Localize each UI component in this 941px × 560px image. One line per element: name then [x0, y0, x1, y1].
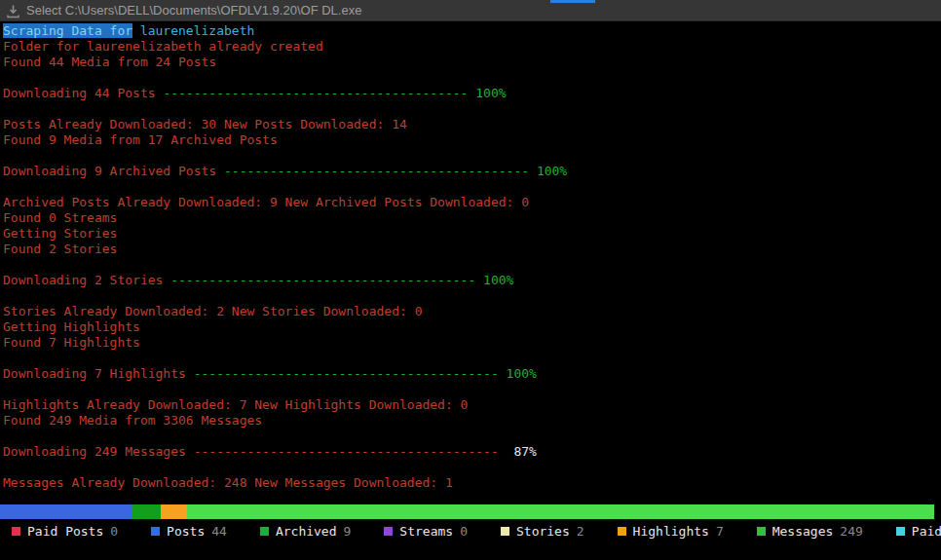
- console-text: ----------------------------------------…: [170, 273, 513, 287]
- console-line: Found 249 Media from 3306 Messages: [3, 413, 941, 429]
- console-line: Downloading 249 Messages ---------------…: [3, 444, 941, 460]
- legend-swatch-icon: [12, 527, 20, 536]
- legend-swatch-icon: [618, 527, 626, 536]
- console-line: [3, 148, 941, 164]
- console-line: Downloading 7 Highlights ---------------…: [3, 366, 941, 382]
- legend-label: Paid Messages: [912, 524, 941, 539]
- console-text: Downloading 249 Messages ---------------…: [3, 444, 499, 459]
- legend-label: Paid Posts: [27, 524, 103, 539]
- console-line: [3, 429, 941, 444]
- progress-segment: [161, 504, 187, 519]
- console-line: [3, 101, 941, 117]
- console-text: Found 2 Stories: [3, 242, 117, 256]
- legend-label: Messages: [772, 524, 834, 539]
- console-line: [3, 351, 941, 366]
- console-line: Stories Already Downloaded: 2 New Storie…: [3, 304, 941, 319]
- legend-label: Highlights: [633, 524, 709, 539]
- console-line: Found 44 Media from 24 Posts: [3, 55, 941, 70]
- progress-segment: [187, 504, 934, 519]
- console-line: Downloading 44 Posts -------------------…: [3, 86, 941, 101]
- console-line: [3, 288, 941, 304]
- console-text: laurenelizabeth: [132, 23, 254, 38]
- console-text: ----------------------------------------…: [163, 86, 506, 100]
- console-text: Scraping Data for: [3, 23, 132, 38]
- legend-label: Stories: [516, 524, 570, 539]
- window-title: Select C:\Users\DELL\Documents\OFDLV1.9.…: [26, 3, 361, 18]
- legend-item: Streams0: [384, 524, 468, 539]
- console-text: Highlights Already Downloaded: 7 New Hig…: [3, 397, 468, 412]
- console-line: [3, 460, 941, 475]
- legend-swatch-icon: [260, 527, 269, 536]
- progress-segment: [934, 504, 941, 519]
- console-text: Archived Posts Already Downloaded: 9 New…: [3, 195, 529, 209]
- legend-label: Archived: [276, 524, 337, 539]
- legend-item: Highlights7: [618, 524, 724, 539]
- console-line: [3, 70, 941, 86]
- legend-item: Paid Posts0: [12, 524, 118, 539]
- legend-count: 0: [460, 524, 468, 539]
- legend-count: 9: [344, 524, 352, 539]
- legend-swatch-icon: [896, 527, 905, 536]
- console-line: Found 2 Stories: [3, 242, 941, 257]
- legend-swatch-icon: [384, 527, 393, 536]
- legend-item: Paid Messages0: [896, 524, 941, 539]
- progress-segment: [0, 504, 132, 519]
- console-line: [3, 257, 941, 273]
- console-line: Folder for laurenelizabeth already creat…: [3, 39, 941, 55]
- console-text: Downloading 44 Posts: [3, 86, 163, 100]
- console-line: Highlights Already Downloaded: 7 New Hig…: [3, 397, 941, 413]
- console-text: Messages Already Downloaded: 248 New Mes…: [3, 475, 453, 490]
- console-text: Posts Already Downloaded: 30 New Posts D…: [3, 117, 407, 131]
- legend-label: Streams: [399, 524, 453, 539]
- console-text: Found 0 Streams: [3, 210, 117, 225]
- console-line: [3, 179, 941, 195]
- legend-label: Posts: [167, 524, 205, 539]
- console-line: Downloading 2 Stories ------------------…: [3, 273, 941, 288]
- legend-count: 7: [716, 524, 724, 539]
- legend-item: Posts44: [151, 524, 227, 539]
- console-line: Found 0 Streams: [3, 210, 941, 226]
- download-icon: [7, 4, 19, 18]
- console-text: Getting Stories: [3, 226, 117, 241]
- console-line: Scraping Data for laurenelizabeth: [3, 23, 941, 39]
- taskbar-tab-indicator: [550, 0, 595, 3]
- console-line: Archived Posts Already Downloaded: 9 New…: [3, 195, 941, 210]
- legend-item: Messages249: [757, 524, 863, 539]
- legend-count: 2: [577, 524, 584, 539]
- progress-segment: [132, 504, 161, 519]
- console-text: Downloading 9 Archived Posts: [3, 164, 224, 178]
- overall-progress-bar: [0, 504, 941, 519]
- console-text: Found 44 Media from 24 Posts: [3, 55, 216, 69]
- console-text: ----------------------------------------…: [194, 366, 537, 381]
- console-text: Downloading 7 Highlights: [3, 366, 194, 381]
- console-line: Getting Highlights: [3, 319, 941, 335]
- window-titlebar[interactable]: Select C:\Users\DELL\Documents\OFDLV1.9.…: [0, 0, 941, 21]
- console-text: ----------------------------------------…: [224, 164, 567, 178]
- legend-count: 249: [840, 524, 862, 539]
- console-line: Found 7 Highlights: [3, 335, 941, 351]
- console-text: Downloading 2 Stories: [3, 273, 170, 287]
- console-line: Messages Already Downloaded: 248 New Mes…: [3, 475, 941, 491]
- legend-swatch-icon: [151, 527, 160, 536]
- console-text: Found 9 Media from 17 Archived Posts: [3, 132, 278, 147]
- console-text: Getting Highlights: [3, 319, 140, 334]
- legend-item: Stories2: [501, 524, 584, 539]
- console-text: Folder for laurenelizabeth already creat…: [3, 39, 323, 54]
- category-legend: Paid Posts0Posts44Archived9Streams0Stori…: [0, 521, 941, 541]
- console-line: Downloading 9 Archived Posts -----------…: [3, 164, 941, 179]
- console-line: [3, 382, 941, 397]
- console-line: Getting Stories: [3, 226, 941, 242]
- console-text: Found 7 Highlights: [3, 335, 140, 350]
- console-text: Stories Already Downloaded: 2 New Storie…: [3, 304, 422, 318]
- console-line: Found 9 Media from 17 Archived Posts: [3, 132, 941, 148]
- console-text: Found 249 Media from 3306 Messages: [3, 413, 262, 428]
- legend-item: Archived9: [260, 524, 351, 539]
- console-output: Scraping Data for laurenelizabethFolder …: [0, 21, 941, 491]
- console-text: 87%: [499, 444, 537, 459]
- legend-count: 0: [110, 524, 118, 539]
- legend-count: 44: [211, 524, 227, 539]
- legend-swatch-icon: [501, 527, 509, 536]
- legend-swatch-icon: [757, 527, 766, 536]
- console-line: Posts Already Downloaded: 30 New Posts D…: [3, 117, 941, 132]
